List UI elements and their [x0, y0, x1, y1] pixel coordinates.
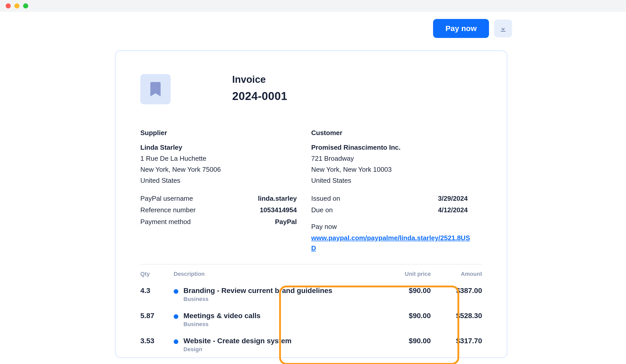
- line-items-header: Qty Description Unit price Amount: [140, 271, 482, 277]
- line-items-body: 4.3Branding - Review current brand guide…: [140, 282, 482, 357]
- td-qty: 4.3: [140, 287, 174, 295]
- th-qty: Qty: [140, 271, 174, 277]
- supplier-country: United States: [140, 175, 311, 186]
- category-dot-icon: [174, 289, 178, 294]
- line-category: Business: [183, 321, 260, 328]
- customer-address1: 721 Broadway: [311, 153, 482, 164]
- supplier-address2: New York, New York 75006: [140, 164, 311, 175]
- td-unit-price: $90.00: [379, 312, 431, 320]
- td-desc: Website - Create design systemDesign: [174, 337, 379, 353]
- supplier-block: Supplier Linda Starley 1 Rue De La Huche…: [140, 129, 311, 253]
- due-label: Due on: [311, 204, 333, 216]
- td-qty: 5.87: [140, 312, 174, 320]
- window-minimize-button[interactable]: [14, 3, 19, 8]
- line-title: Meetings & video calls: [183, 312, 260, 320]
- invoice-number: 2024-0001: [232, 90, 482, 103]
- supplier-heading: Supplier: [140, 129, 311, 137]
- th-amount: Amount: [431, 271, 482, 277]
- window-close-button[interactable]: [6, 3, 11, 8]
- paypal-user-value: linda.starley: [258, 193, 297, 205]
- action-bar: Pay now: [433, 19, 512, 38]
- td-unit-price: $90.00: [379, 337, 431, 345]
- line-category: Design: [183, 346, 291, 353]
- td-desc: Meetings & video callsBusiness: [174, 312, 379, 328]
- customer-country: United States: [311, 175, 482, 186]
- divider: [140, 264, 482, 265]
- reference-value: 1053414954: [260, 204, 297, 216]
- table-row: 3.53Website - Create design systemDesign…: [140, 332, 482, 357]
- supplier-name: Linda Starley: [140, 144, 311, 151]
- customer-name: Promised Rinascimento Inc.: [311, 144, 482, 151]
- reference-label: Reference number: [140, 204, 195, 216]
- td-desc: Branding - Review current brand guidelin…: [174, 287, 379, 302]
- paynow-inline-label: Pay now: [311, 223, 482, 231]
- table-row: 5.87Meetings & video callsBusiness$90.00…: [140, 307, 482, 332]
- category-dot-icon: [174, 339, 178, 344]
- invoice-label: Invoice: [232, 74, 482, 85]
- line-title: Branding - Review current brand guidelin…: [183, 287, 332, 295]
- payment-method-label: Payment method: [140, 216, 191, 228]
- window-zoom-button[interactable]: [23, 3, 28, 8]
- issued-label: Issued on: [311, 193, 340, 205]
- th-desc: Description: [174, 271, 379, 277]
- customer-heading: Customer: [311, 129, 482, 137]
- bookmark-icon: [149, 82, 162, 96]
- td-amount: $317.70: [431, 337, 482, 345]
- customer-address2: New York, New York 10003: [311, 164, 482, 175]
- pay-now-button[interactable]: Pay now: [433, 19, 489, 38]
- paynow-link[interactable]: www.paypal.com/paypalme/linda.starley/25…: [311, 233, 470, 254]
- customer-block: Customer Promised Rinascimento Inc. 721 …: [311, 129, 482, 253]
- supplier-address1: 1 Rue De La Huchette: [140, 153, 311, 164]
- supplier-fields: PayPal username linda.starley Reference …: [140, 193, 311, 228]
- td-unit-price: $90.00: [379, 287, 431, 295]
- download-button[interactable]: [494, 19, 512, 37]
- issued-value: 3/29/2024: [438, 193, 468, 205]
- due-value: 4/12/2024: [438, 204, 468, 216]
- table-row: 4.3Branding - Review current brand guide…: [140, 282, 482, 307]
- download-icon: [499, 24, 507, 33]
- customer-fields: Issued on 3/29/2024 Due on 4/12/2024: [311, 193, 482, 216]
- invoice-card: Invoice 2024-0001 Supplier Linda Starley…: [115, 50, 507, 358]
- payment-method-value: PayPal: [275, 216, 297, 228]
- th-unit: Unit price: [379, 271, 431, 277]
- supplier-logo: [140, 74, 171, 104]
- invoice-header: Invoice 2024-0001: [140, 74, 482, 104]
- line-category: Business: [183, 296, 332, 302]
- window-titlebar: [0, 0, 626, 12]
- td-amount: $387.00: [431, 287, 482, 295]
- line-title: Website - Create design system: [183, 337, 291, 345]
- paypal-user-label: PayPal username: [140, 193, 193, 205]
- td-qty: 3.53: [140, 337, 174, 345]
- td-amount: $528.30: [431, 312, 482, 320]
- category-dot-icon: [174, 314, 178, 319]
